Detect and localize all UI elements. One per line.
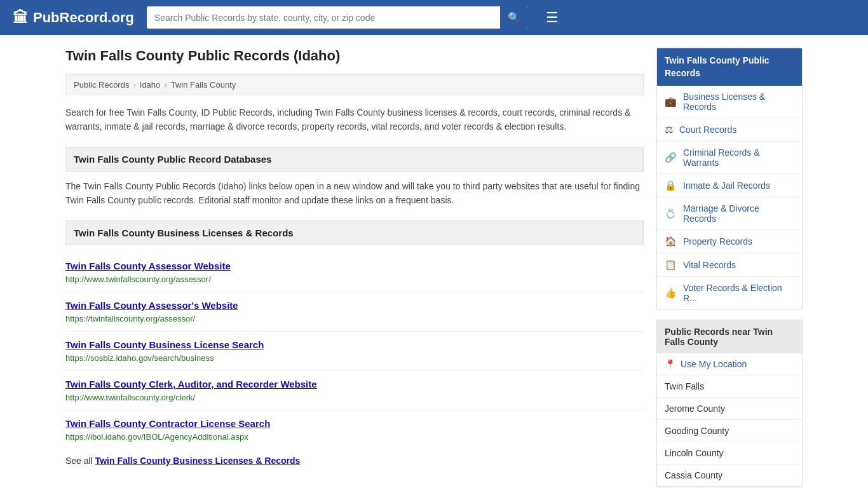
logo[interactable]: 🏛 PubRecord.org xyxy=(13,9,134,27)
lock-icon: 🔒 xyxy=(665,180,677,191)
record-title-2[interactable]: Twin Falls County Business License Searc… xyxy=(65,339,644,350)
sidebar-item-court-records[interactable]: ⚖ Court Records xyxy=(657,118,802,142)
nearby-gooding-county[interactable]: Gooding County xyxy=(657,420,802,442)
ring-icon: 💍 xyxy=(665,208,677,219)
record-item: Twin Falls County Assessor's Website htt… xyxy=(65,292,644,332)
breadcrumb-sep-2: › xyxy=(164,80,166,90)
nearby-item-label: Jerome County xyxy=(665,403,725,414)
sidebar-item-criminal-records[interactable]: 🔗 Criminal Records & Warrants xyxy=(657,142,802,174)
record-item: Twin Falls County Contractor License Sea… xyxy=(65,410,644,449)
sidebar-item-voter-records[interactable]: 👍 Voter Records & Election R... xyxy=(657,277,802,309)
logo-icon: 🏛 xyxy=(13,9,28,27)
record-url-0: http://www.twinfallscounty.org/assessor/ xyxy=(65,274,211,284)
record-item: Twin Falls County Assessor Website http:… xyxy=(65,253,644,292)
nearby-item-label: Twin Falls xyxy=(665,381,704,391)
menu-icon[interactable]: ☰ xyxy=(546,10,559,26)
record-item: Twin Falls County Business License Searc… xyxy=(65,332,644,371)
nearby-cassia-county[interactable]: Cassia County xyxy=(657,464,802,487)
thumb-icon: 👍 xyxy=(665,287,677,299)
record-url-3: http://www.twinfallscounty.org/clerk/ xyxy=(65,393,195,402)
sidebar: Twin Falls County Public Records 💼 Busin… xyxy=(656,48,803,488)
search-button[interactable]: 🔍 xyxy=(500,6,528,29)
nearby-item-label: Cassia County xyxy=(665,470,722,480)
breadcrumb: Public Records › Idaho › Twin Falls Coun… xyxy=(65,74,644,95)
sidebar-item-label: Business Licenses & Records xyxy=(683,92,794,112)
record-title-4[interactable]: Twin Falls County Contractor License Sea… xyxy=(65,418,644,429)
clipboard-icon: 📋 xyxy=(665,259,677,271)
content-wrapper: Twin Falls County Public Records (Idaho)… xyxy=(53,35,815,488)
record-url-2: https://sosbiz.idaho.gov/search/business xyxy=(65,353,214,363)
nearby-jerome-county[interactable]: Jerome County xyxy=(657,398,802,420)
nearby-title: Public Records near Twin Falls County xyxy=(657,320,802,353)
business-section-header: Twin Falls County Business Licenses & Re… xyxy=(65,220,644,245)
sidebar-nearby-box: Public Records near Twin Falls County 📍 … xyxy=(656,320,803,487)
sidebar-item-label: Vital Records xyxy=(683,260,736,270)
location-pin-icon: 📍 xyxy=(665,359,675,369)
see-all: See all Twin Falls County Business Licen… xyxy=(65,456,644,466)
record-title-1[interactable]: Twin Falls County Assessor's Website xyxy=(65,300,644,311)
sidebar-item-label: Court Records xyxy=(679,125,736,135)
main-content: Twin Falls County Public Records (Idaho)… xyxy=(65,48,644,488)
sidebar-box-title: Twin Falls County Public Records xyxy=(657,48,802,86)
nearby-twin-falls[interactable]: Twin Falls xyxy=(657,376,802,398)
nearby-item-label: Lincoln County xyxy=(665,448,724,458)
record-title-3[interactable]: Twin Falls County Clerk, Auditor, and Re… xyxy=(65,379,644,390)
search-input[interactable] xyxy=(147,8,500,28)
sidebar-item-inmate-records[interactable]: 🔒 Inmate & Jail Records xyxy=(657,174,802,198)
records-list: Twin Falls County Assessor Website http:… xyxy=(65,253,644,449)
sidebar-item-marriage-records[interactable]: 💍 Marriage & Divorce Records xyxy=(657,198,802,230)
nearby-use-location[interactable]: 📍 Use My Location xyxy=(657,353,802,376)
site-header: 🏛 PubRecord.org 🔍 ☰ xyxy=(0,0,868,35)
databases-section-header: Twin Falls County Public Record Database… xyxy=(65,147,644,172)
see-all-link[interactable]: Twin Falls County Business Licenses & Re… xyxy=(95,456,301,466)
page-title: Twin Falls County Public Records (Idaho) xyxy=(65,48,644,64)
link-icon: 🔗 xyxy=(665,152,677,163)
sidebar-item-label: Inmate & Jail Records xyxy=(683,180,770,191)
scales-icon: ⚖ xyxy=(665,124,673,135)
record-url-1: https://twinfallscounty.org/assessor/ xyxy=(65,314,195,323)
sidebar-item-label: Marriage & Divorce Records xyxy=(683,203,794,224)
briefcase-icon: 💼 xyxy=(665,96,677,107)
see-all-text: See all xyxy=(65,456,93,466)
nearby-lincoln-county[interactable]: Lincoln County xyxy=(657,442,802,464)
databases-section-text: The Twin Falls County Public Records (Id… xyxy=(65,179,644,208)
sidebar-item-business-licenses[interactable]: 💼 Business Licenses & Records xyxy=(657,86,802,118)
sidebar-public-records-box: Twin Falls County Public Records 💼 Busin… xyxy=(656,48,803,309)
house-icon: 🏠 xyxy=(665,236,677,247)
sidebar-item-vital-records[interactable]: 📋 Vital Records xyxy=(657,254,802,277)
breadcrumb-idaho[interactable]: Idaho xyxy=(140,80,161,90)
page-description: Search for free Twin Falls County, ID Pu… xyxy=(65,105,644,134)
nearby-item-label: Use My Location xyxy=(681,359,747,369)
breadcrumb-twin-falls[interactable]: Twin Falls County xyxy=(171,80,236,90)
search-icon: 🔍 xyxy=(508,12,520,23)
record-item: Twin Falls County Clerk, Auditor, and Re… xyxy=(65,371,644,410)
logo-text: PubRecord.org xyxy=(33,10,134,26)
sidebar-item-label: Property Records xyxy=(683,236,752,247)
sidebar-item-property-records[interactable]: 🏠 Property Records xyxy=(657,230,802,254)
record-title-0[interactable]: Twin Falls County Assessor Website xyxy=(65,261,644,271)
nearby-item-label: Gooding County xyxy=(665,426,729,436)
search-bar: 🔍 xyxy=(147,6,528,29)
breadcrumb-public-records[interactable]: Public Records xyxy=(74,80,129,90)
record-url-4: https://ibol.idaho.gov/IBOL/AgencyAdditi… xyxy=(65,432,248,442)
breadcrumb-sep-1: › xyxy=(133,80,135,90)
sidebar-item-label: Voter Records & Election R... xyxy=(683,283,794,303)
sidebar-item-label: Criminal Records & Warrants xyxy=(683,147,794,168)
